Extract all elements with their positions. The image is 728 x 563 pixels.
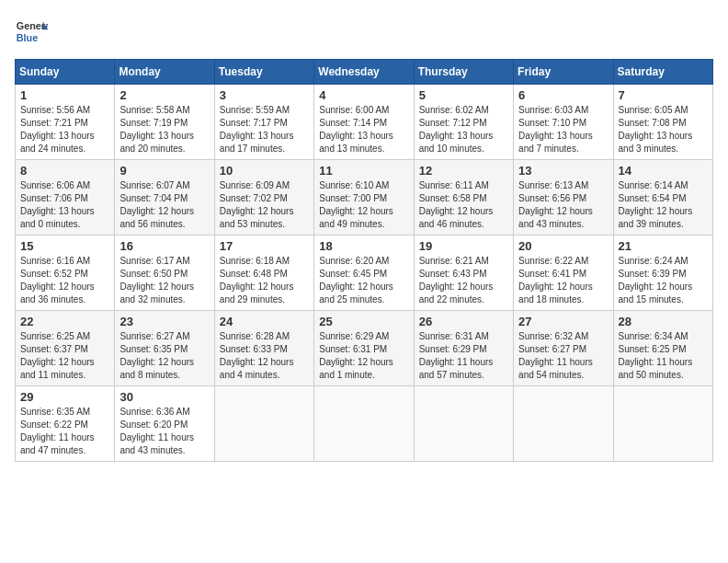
calendar-day-cell: 13Sunrise: 6:13 AMSunset: 6:56 PMDayligh… [514, 160, 613, 236]
day-info: Sunrise: 6:11 AMSunset: 6:58 PMDaylight:… [419, 179, 508, 231]
day-number: 10 [220, 164, 309, 178]
calendar-day-cell: 23Sunrise: 6:27 AMSunset: 6:35 PMDayligh… [115, 311, 214, 386]
day-number: 30 [119, 390, 209, 404]
calendar-day-cell [514, 386, 613, 462]
day-info: Sunrise: 6:29 AMSunset: 6:31 PMDaylight:… [319, 330, 408, 382]
weekday-header-wednesday: Wednesday [314, 60, 414, 85]
day-number: 20 [518, 239, 608, 253]
calendar-day-cell [414, 386, 513, 462]
calendar-day-cell: 2Sunrise: 5:58 AMSunset: 7:19 PMDaylight… [115, 85, 214, 160]
calendar-day-cell: 17Sunrise: 6:18 AMSunset: 6:48 PMDayligh… [214, 236, 313, 311]
calendar-day-cell [214, 386, 313, 462]
day-info: Sunrise: 6:06 AMSunset: 7:06 PMDaylight:… [20, 179, 109, 231]
day-info: Sunrise: 6:13 AMSunset: 6:56 PMDaylight:… [518, 179, 608, 231]
calendar-day-cell: 1Sunrise: 5:56 AMSunset: 7:21 PMDaylight… [16, 85, 115, 160]
day-number: 22 [20, 315, 109, 328]
day-info: Sunrise: 6:16 AMSunset: 6:52 PMDaylight:… [20, 255, 109, 306]
calendar-day-cell: 21Sunrise: 6:24 AMSunset: 6:39 PMDayligh… [613, 236, 712, 311]
day-number: 29 [20, 390, 109, 404]
day-number: 9 [119, 164, 209, 178]
day-info: Sunrise: 6:03 AMSunset: 7:10 PMDaylight:… [518, 104, 608, 155]
day-info: Sunrise: 6:10 AMSunset: 7:00 PMDaylight:… [319, 179, 408, 231]
weekday-header-sunday: Sunday [16, 60, 115, 85]
calendar-day-cell: 22Sunrise: 6:25 AMSunset: 6:37 PMDayligh… [16, 311, 115, 386]
calendar-day-cell: 14Sunrise: 6:14 AMSunset: 6:54 PMDayligh… [613, 160, 712, 236]
day-number: 24 [220, 315, 309, 328]
day-info: Sunrise: 6:07 AMSunset: 7:04 PMDaylight:… [119, 179, 209, 231]
weekday-header-monday: Monday [115, 60, 214, 85]
day-info: Sunrise: 5:58 AMSunset: 7:19 PMDaylight:… [119, 104, 209, 155]
day-info: Sunrise: 6:24 AMSunset: 6:39 PMDaylight:… [619, 255, 708, 306]
day-number: 5 [419, 88, 508, 102]
calendar-day-cell: 16Sunrise: 6:17 AMSunset: 6:50 PMDayligh… [115, 236, 214, 311]
day-number: 3 [220, 88, 309, 102]
day-info: Sunrise: 6:22 AMSunset: 6:41 PMDaylight:… [518, 255, 608, 306]
calendar-day-cell: 8Sunrise: 6:06 AMSunset: 7:06 PMDaylight… [16, 160, 115, 236]
calendar-week-row: 29Sunrise: 6:35 AMSunset: 6:22 PMDayligh… [16, 386, 713, 462]
calendar-day-cell: 12Sunrise: 6:11 AMSunset: 6:58 PMDayligh… [414, 160, 513, 236]
weekday-header-thursday: Thursday [414, 60, 513, 85]
day-info: Sunrise: 6:14 AMSunset: 6:54 PMDaylight:… [619, 179, 708, 231]
calendar-day-cell [314, 386, 414, 462]
day-number: 27 [518, 315, 608, 328]
calendar-day-cell: 29Sunrise: 6:35 AMSunset: 6:22 PMDayligh… [16, 386, 115, 462]
calendar-day-cell: 10Sunrise: 6:09 AMSunset: 7:02 PMDayligh… [214, 160, 313, 236]
day-info: Sunrise: 6:02 AMSunset: 7:12 PMDaylight:… [419, 104, 508, 155]
logo-icon: General Blue [15, 15, 48, 48]
day-info: Sunrise: 6:35 AMSunset: 6:22 PMDaylight:… [20, 406, 109, 457]
calendar-day-cell [613, 386, 712, 462]
day-number: 23 [119, 315, 209, 328]
day-number: 1 [20, 88, 109, 102]
logo: General Blue [15, 15, 48, 48]
day-info: Sunrise: 6:21 AMSunset: 6:43 PMDaylight:… [419, 255, 508, 306]
day-number: 4 [319, 88, 408, 102]
calendar-day-cell: 26Sunrise: 6:31 AMSunset: 6:29 PMDayligh… [414, 311, 513, 386]
calendar-day-cell: 3Sunrise: 5:59 AMSunset: 7:17 PMDaylight… [214, 85, 313, 160]
day-info: Sunrise: 6:34 AMSunset: 6:25 PMDaylight:… [619, 330, 708, 382]
day-info: Sunrise: 5:59 AMSunset: 7:17 PMDaylight:… [220, 104, 309, 155]
day-number: 25 [319, 315, 408, 328]
day-number: 18 [319, 239, 408, 253]
calendar-week-row: 15Sunrise: 6:16 AMSunset: 6:52 PMDayligh… [16, 236, 713, 311]
calendar-day-cell: 11Sunrise: 6:10 AMSunset: 7:00 PMDayligh… [314, 160, 414, 236]
calendar-day-cell: 24Sunrise: 6:28 AMSunset: 6:33 PMDayligh… [214, 311, 313, 386]
day-info: Sunrise: 6:05 AMSunset: 7:08 PMDaylight:… [619, 104, 708, 155]
day-number: 26 [419, 315, 508, 328]
svg-text:Blue: Blue [17, 32, 38, 43]
calendar-day-cell: 7Sunrise: 6:05 AMSunset: 7:08 PMDaylight… [613, 85, 712, 160]
day-info: Sunrise: 6:00 AMSunset: 7:14 PMDaylight:… [319, 104, 408, 155]
weekday-header-row: SundayMondayTuesdayWednesdayThursdayFrid… [16, 60, 713, 85]
calendar-day-cell: 25Sunrise: 6:29 AMSunset: 6:31 PMDayligh… [314, 311, 414, 386]
calendar-day-cell: 5Sunrise: 6:02 AMSunset: 7:12 PMDaylight… [414, 85, 513, 160]
weekday-header-saturday: Saturday [613, 60, 712, 85]
weekday-header-friday: Friday [514, 60, 613, 85]
calendar-day-cell: 15Sunrise: 6:16 AMSunset: 6:52 PMDayligh… [16, 236, 115, 311]
day-number: 16 [119, 239, 209, 253]
day-number: 8 [20, 164, 109, 178]
day-number: 2 [119, 88, 209, 102]
day-number: 21 [619, 239, 708, 253]
day-info: Sunrise: 6:36 AMSunset: 6:20 PMDaylight:… [119, 406, 209, 457]
calendar-day-cell: 20Sunrise: 6:22 AMSunset: 6:41 PMDayligh… [514, 236, 613, 311]
day-info: Sunrise: 5:56 AMSunset: 7:21 PMDaylight:… [20, 104, 109, 155]
calendar-day-cell: 18Sunrise: 6:20 AMSunset: 6:45 PMDayligh… [314, 236, 414, 311]
calendar-week-row: 1Sunrise: 5:56 AMSunset: 7:21 PMDaylight… [16, 85, 713, 160]
day-number: 11 [319, 164, 408, 178]
page-header: General Blue [15, 15, 713, 48]
day-number: 6 [518, 88, 608, 102]
calendar-week-row: 8Sunrise: 6:06 AMSunset: 7:06 PMDaylight… [16, 160, 713, 236]
day-number: 15 [20, 239, 109, 253]
day-number: 19 [419, 239, 508, 253]
calendar-day-cell: 28Sunrise: 6:34 AMSunset: 6:25 PMDayligh… [613, 311, 712, 386]
day-number: 13 [518, 164, 608, 178]
day-number: 28 [619, 315, 708, 328]
calendar-table: SundayMondayTuesdayWednesdayThursdayFrid… [15, 59, 713, 462]
calendar-day-cell: 9Sunrise: 6:07 AMSunset: 7:04 PMDaylight… [115, 160, 214, 236]
day-number: 14 [619, 164, 708, 178]
calendar-week-row: 22Sunrise: 6:25 AMSunset: 6:37 PMDayligh… [16, 311, 713, 386]
day-info: Sunrise: 6:17 AMSunset: 6:50 PMDaylight:… [119, 255, 209, 306]
day-info: Sunrise: 6:18 AMSunset: 6:48 PMDaylight:… [220, 255, 309, 306]
calendar-day-cell: 27Sunrise: 6:32 AMSunset: 6:27 PMDayligh… [514, 311, 613, 386]
day-number: 12 [419, 164, 508, 178]
calendar-day-cell: 4Sunrise: 6:00 AMSunset: 7:14 PMDaylight… [314, 85, 414, 160]
